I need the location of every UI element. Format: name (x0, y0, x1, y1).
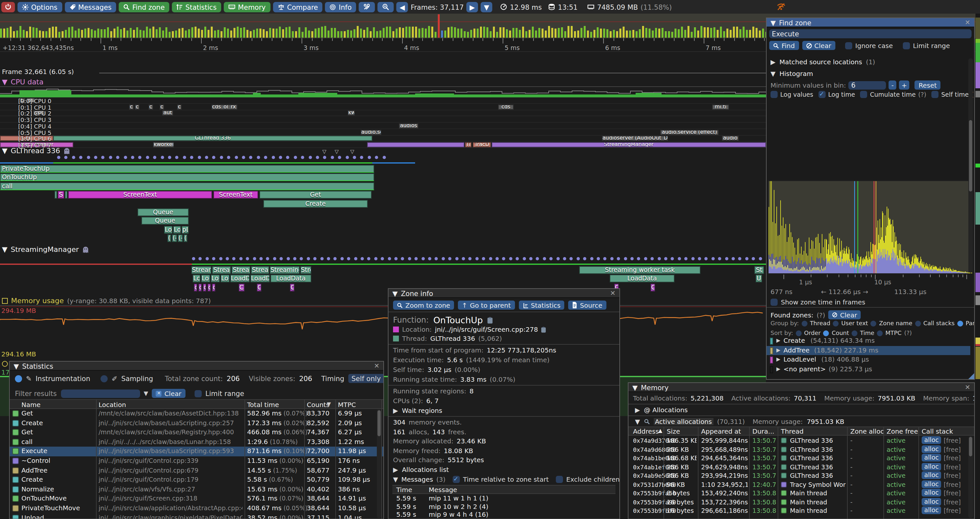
alloc-callstack-button[interactable]: alloc (922, 463, 942, 470)
frame-bar[interactable] (29, 26, 31, 38)
frame-bar[interactable] (467, 32, 469, 38)
frame-bar[interactable] (88, 27, 89, 38)
log-values-checkbox[interactable] (770, 91, 778, 98)
sample-dot[interactable] (495, 257, 499, 260)
frame-bar[interactable] (185, 30, 187, 38)
options-button[interactable]: Options (18, 2, 62, 12)
collapse-icon[interactable]: ▼ (770, 19, 776, 26)
zone-chip[interactable]: OnTouchUp (0, 174, 374, 181)
frame-bar[interactable] (188, 29, 190, 38)
find-button[interactable]: Find (769, 41, 799, 50)
found-zone-group[interactable]: ▶Create(54,131) 643.34 ms (767, 336, 970, 346)
frame-bar[interactable] (500, 27, 501, 38)
frame-bar[interactable] (555, 29, 557, 38)
frame-bar[interactable] (431, 27, 433, 38)
zone-chip[interactable]: St (754, 266, 764, 274)
collapse-icon[interactable]: ▼ (392, 289, 398, 297)
statistics-row[interactable]: PrivateTouchMovejni/../jni/src/claw/appl… (10, 504, 383, 513)
sample-dot[interactable] (529, 257, 533, 260)
cpu-zone-chip[interactable]: audio.service (effect) (660, 129, 719, 135)
sample-dot[interactable] (759, 257, 762, 260)
frame-bar[interactable] (201, 30, 203, 38)
go-to-parent-button[interactable]: ↑Go to parent (458, 300, 515, 310)
frame-bar[interactable] (568, 26, 570, 38)
frame-bar[interactable] (684, 30, 686, 38)
sample-dot[interactable] (482, 257, 485, 260)
sample-dot[interactable] (509, 257, 512, 260)
frame-bar[interactable] (62, 31, 64, 38)
frame-bar[interactable] (447, 27, 449, 38)
frame-bar[interactable] (266, 32, 268, 38)
show-zone-time-checkbox[interactable] (770, 299, 778, 306)
sample-dot[interactable] (455, 257, 458, 260)
frame-bar[interactable] (652, 31, 654, 38)
frame-bar[interactable] (425, 28, 427, 38)
sample-dot[interactable] (428, 257, 431, 260)
frame-bar[interactable] (675, 29, 676, 38)
sample-dot[interactable] (212, 257, 215, 260)
frame-bar[interactable] (340, 31, 342, 38)
cpu-core-row[interactable]: audio.seaudio.service (effect)[0:5] CPU … (0, 129, 766, 135)
frame-bar[interactable] (438, 14, 440, 38)
collapse-icon[interactable]: ▼ (2, 245, 8, 254)
cpu-core-row[interactable]: Tracy Profilerkworker/uTiTracDStreamingM… (0, 142, 766, 148)
frame-bar[interactable] (204, 27, 206, 38)
sample-dot[interactable] (293, 257, 296, 260)
zone-chip[interactable]: Streaming (270, 266, 300, 274)
frame-bar[interactable] (512, 28, 514, 38)
expand-icon[interactable]: ▶ (393, 407, 398, 414)
frame-bar[interactable] (558, 28, 560, 38)
frame-bar[interactable] (19, 26, 21, 38)
frame-bar[interactable] (759, 30, 761, 38)
frame-bar[interactable] (551, 28, 553, 38)
sample-dot[interactable] (286, 257, 290, 260)
allocation-row[interactable]: 0x7553b9fa9016 bytes153,722,396ns13:50.8… (628, 498, 974, 506)
info-button[interactable]: Info (325, 2, 356, 12)
zone-chip[interactable]: LoadData (610, 275, 675, 283)
sample-dot[interactable] (232, 257, 236, 260)
sample-dot[interactable] (309, 156, 312, 159)
frame-bar[interactable] (535, 30, 537, 38)
message-row[interactable]: 5.59 smip 9 w 4 h 4 (16) (392, 511, 616, 519)
fz-self-time-checkbox[interactable] (932, 91, 939, 98)
sample-dot[interactable] (421, 257, 425, 260)
frame-bar[interactable] (470, 30, 472, 38)
frame-bar[interactable] (389, 27, 391, 38)
sample-dot[interactable] (691, 257, 694, 260)
frame-bar[interactable] (58, 32, 60, 38)
sample-dot[interactable] (323, 156, 326, 159)
frame-bar[interactable] (626, 31, 628, 38)
sample-dot[interactable] (259, 257, 262, 260)
frame-bar[interactable] (311, 31, 313, 38)
frame-bar[interactable] (149, 28, 151, 38)
zone-chip[interactable]: Strea (212, 266, 231, 274)
cpu-zone-chip[interactable]: c (129, 104, 134, 109)
min-bin-input[interactable] (849, 81, 886, 89)
frame-bar[interactable] (36, 28, 38, 38)
frame-bar[interactable] (72, 27, 73, 38)
sample-dot[interactable] (590, 257, 593, 260)
sample-dot[interactable] (408, 257, 411, 260)
frame-bar[interactable] (230, 31, 232, 38)
time-relative-checkbox[interactable] (453, 476, 460, 483)
frame-bar[interactable] (483, 26, 485, 38)
cpu-core-row[interactable]: GLTGLThread 336audioserver (AudioOut_D)a… (0, 136, 766, 142)
sample-dot[interactable] (522, 257, 526, 260)
sample-dot[interactable] (549, 257, 553, 260)
cpu-zone-chip[interactable]: mi.ti (712, 104, 729, 109)
sample-dot[interactable] (227, 156, 230, 159)
sample-dot[interactable] (515, 257, 519, 260)
frame-bar[interactable] (762, 29, 764, 38)
zone-chip[interactable]: Strea (251, 266, 269, 274)
zone-chip[interactable]: pLoUp (181, 226, 189, 234)
histogram-toggle[interactable]: ▼Histogram (770, 70, 813, 77)
collapse-icon[interactable]: ▼ (635, 418, 640, 425)
expand-icon[interactable]: ▶ (393, 466, 398, 473)
frame-bar[interactable] (593, 30, 595, 38)
frame-bar[interactable] (428, 26, 430, 38)
statistics-button[interactable]: Statistics (172, 2, 221, 12)
frame-bar[interactable] (169, 32, 170, 38)
frame-bar[interactable] (636, 31, 638, 38)
sample-dot[interactable] (340, 257, 344, 260)
frame-bar[interactable] (740, 29, 741, 38)
